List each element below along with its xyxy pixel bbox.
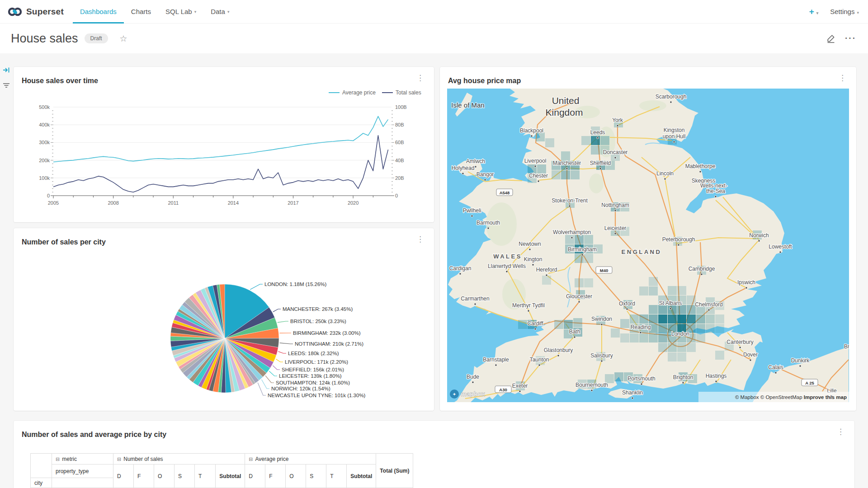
add-new-button[interactable]: +▾ [809,7,819,17]
svg-text:400k: 400k [39,122,50,127]
svg-text:Oxford: Oxford [619,300,635,307]
svg-text:Lowestoft: Lowestoft [769,244,792,250]
svg-text:Merthyr Tydfil: Merthyr Tydfil [512,302,545,309]
svg-text:0: 0 [47,193,50,198]
svg-text:Ipswich: Ipswich [737,279,755,286]
svg-text:Reading: Reading [631,324,651,330]
chart-menu-kebab-icon[interactable]: ⋮ [839,74,846,82]
top-navigation: Superset Dashboards Charts SQL Lab▾ Data… [0,0,868,23]
svg-text:500k: 500k [39,104,50,110]
svg-text:Leeds: Leeds [590,129,605,136]
pie-chart-plot[interactable]: LONDON: 1.18M (15.26%)MANCHESTER: 267k (… [14,239,434,411]
chevron-down-icon: ▾ [857,10,859,15]
svg-text:20B: 20B [395,175,404,181]
svg-text:0: 0 [395,193,398,198]
svg-text:100B: 100B [395,104,407,110]
col-header: T [326,465,347,488]
svg-text:Glastonbury: Glastonbury [544,347,573,353]
svg-text:A548: A548 [500,190,510,195]
svg-text:NOTTINGHAM: 210k (2.71%): NOTTINGHAM: 210k (2.71%) [295,341,363,347]
svg-text:Blackpool: Blackpool [520,127,543,134]
svg-text:Carmarthen: Carmarthen [461,296,489,302]
svg-text:A30: A30 [499,387,507,392]
svg-text:Kingston: Kingston [664,127,685,133]
svg-text:Wolverhampton: Wolverhampton [553,229,591,235]
svg-text:40B: 40B [395,158,404,163]
col-header: D [113,465,134,488]
svg-text:Leicester: Leicester [604,225,627,231]
chart-menu-kebab-icon[interactable]: ⋮ [837,428,844,436]
svg-text:BIRMINGHAM: 232k (3.00%): BIRMINGHAM: 232k (3.00%) [293,330,361,336]
svg-text:Nottingham: Nottingham [601,202,629,208]
svg-text:London: London [671,331,689,337]
filter-icon[interactable] [2,81,10,89]
svg-text:2011: 2011 [168,200,179,206]
favorite-star-icon[interactable]: ☆ [120,33,127,44]
svg-text:Cardigan: Cardigan [449,265,472,272]
svg-text:Chester: Chester [529,173,548,179]
mapbox-logo-glyph: ✦ [453,392,456,397]
settings-menu[interactable]: Settings▾ [830,8,859,15]
svg-text:300k: 300k [39,140,50,145]
svg-text:80B: 80B [395,122,404,127]
svg-text:Bath: Bath [569,328,580,335]
svg-text:Scarborough: Scarborough [656,94,687,100]
mapbox-wordmark[interactable]: mapbox [461,390,485,398]
svg-text:Total sales: Total sales [396,89,421,96]
svg-text:Peterborough: Peterborough [662,236,695,243]
nav-item-charts[interactable]: Charts [124,0,158,23]
edit-pencil-icon[interactable] [826,33,836,43]
svg-text:WALES: WALES [493,253,522,260]
chevron-down-icon: ▾ [227,9,230,14]
svg-text:Kingdom: Kingdom [546,107,583,117]
pivot-table: ⊟metric ⊟Number of sales ⊟Average price … [30,453,413,488]
map-attribution[interactable]: © Mapbox © OpenStreetMap Improve this ma… [735,394,847,400]
collapse-icon[interactable]: ⊟ [249,456,253,462]
svg-text:Norwich: Norwich [749,232,769,239]
svg-text:NORWICH: 120k (1.54%): NORWICH: 120k (1.54%) [271,386,330,391]
svg-text:Gloucester: Gloucester [566,293,592,300]
svg-text:Cambridge: Cambridge [689,266,715,272]
svg-text:Chelmsford: Chelmsford [695,301,722,308]
col-header: S [306,465,326,488]
svg-text:Bournemouth: Bournemouth [576,382,608,388]
svg-text:LEEDS: 180k (2.32%): LEEDS: 180k (2.32%) [288,351,339,356]
more-actions-icon[interactable]: ··· [845,33,856,43]
dashboard-canvas: House sales over time ⋮ 500k100B400k80B3… [0,53,868,488]
chart-card-house-sales-over-time: House sales over time ⋮ 500k100B400k80B3… [14,67,434,222]
col-header: D [245,465,265,488]
svg-text:Dunkirk: Dunkirk [791,357,810,364]
chart-card-number-of-sales-per-city: Number of sales per city ⋮ LONDON: 1.18M… [14,228,434,411]
svg-text:Hereford: Hereford [536,267,557,273]
superset-logo[interactable]: Superset [0,5,68,19]
line-chart-plot[interactable]: 500k100B400k80B300k60B200k40B100k20B0020… [14,78,434,222]
nav-item-data[interactable]: Data▾ [203,0,236,23]
corner-cell [31,454,52,478]
svg-text:2005: 2005 [48,200,59,206]
status-badge: Draft [85,33,108,43]
svg-text:LIVERPOOL: 171k (2.20%): LIVERPOOL: 171k (2.20%) [285,359,348,365]
dashboard-header: House sales Draft ☆ ··· [0,23,868,53]
svg-text:60B: 60B [395,140,404,145]
subtotal-header: Subtotal [347,465,376,488]
empty-cell [52,478,113,488]
svg-text:NEWCASTLE UPON TYNE: 101k (1.3: NEWCASTLE UPON TYNE: 101k (1.30%) [268,393,366,398]
svg-text:St Albans: St Albans [659,300,682,306]
group-header-average-price: ⊟Average price [245,454,376,465]
nav-item-sql-lab[interactable]: SQL Lab▾ [158,0,203,23]
svg-text:York: York [612,117,623,123]
svg-text:Mablethorpe: Mablethorpe [685,163,716,169]
svg-text:Liverpool: Liverpool [524,158,547,164]
expand-filter-bar-icon[interactable] [2,66,10,74]
svg-text:BRISTOL: 250k (3.23%): BRISTOL: 250k (3.23%) [290,319,346,324]
col-header: O [286,465,306,488]
mapbox-map[interactable]: UnitedKingdomIsle of ManWALESENGLANDScar… [447,89,849,402]
svg-text:Newtown: Newtown [519,241,541,247]
collapse-icon[interactable]: ⊟ [117,456,121,462]
collapse-icon[interactable]: ⊟ [56,456,60,462]
nav-item-dashboards[interactable]: Dashboards [73,0,124,23]
col-header: F [134,465,154,488]
svg-text:Exeter: Exeter [512,383,528,389]
group-header-number-of-sales: ⊟Number of sales [113,454,245,465]
svg-text:Sheffield: Sheffield [590,160,611,166]
